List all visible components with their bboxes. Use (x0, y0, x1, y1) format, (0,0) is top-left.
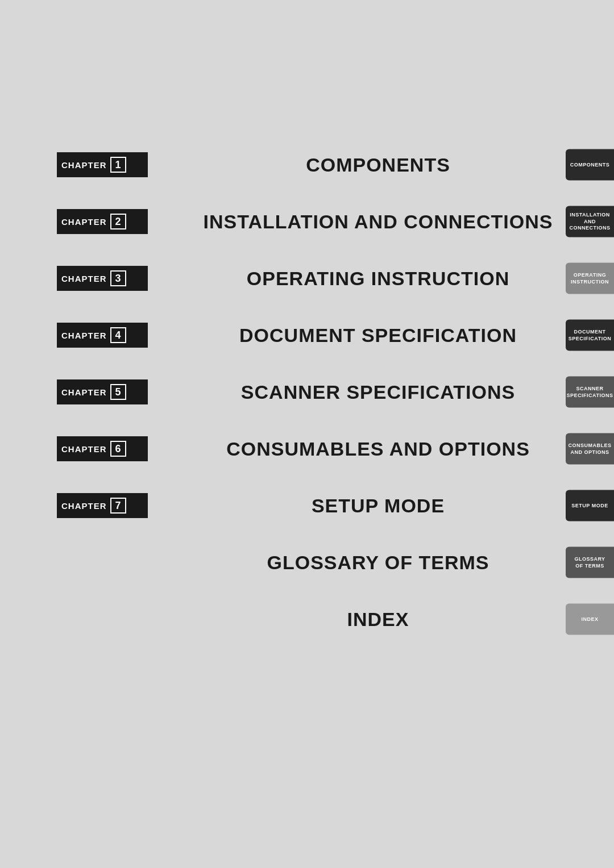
chapter-5-number: 5 (110, 384, 126, 400)
chapter-1-label: CHAPTER (61, 160, 107, 170)
index-row[interactable]: INDEX INDEX (57, 591, 614, 648)
chapter-4-title: DOCUMENT SPECIFICATION (148, 324, 614, 347)
chapter-3-row[interactable]: CHAPTER 3 OPERATING INSTRUCTION OPERATIN… (57, 250, 614, 307)
chapter-6-number: 6 (110, 441, 126, 457)
chapter-5-row[interactable]: CHAPTER 5 SCANNER SPECIFICATIONS SCANNER… (57, 364, 614, 420)
chapter-7-number: 7 (110, 498, 126, 514)
chapter-2-label: CHAPTER (61, 217, 107, 227)
chapter-5-tab[interactable]: SCANNER SPECIFICATIONS (566, 377, 614, 408)
chapter-6-title: CONSUMABLES AND OPTIONS (148, 438, 614, 460)
chapter-6-label: CHAPTER (61, 444, 107, 454)
chapter-1-badge: CHAPTER 1 (57, 152, 148, 177)
chapter-5-badge: CHAPTER 5 (57, 379, 148, 404)
chapter-4-number: 4 (110, 327, 126, 343)
chapter-5-title: SCANNER SPECIFICATIONS (148, 381, 614, 403)
chapter-7-title: SETUP MODE (148, 495, 614, 517)
chapter-4-row[interactable]: CHAPTER 4 DOCUMENT SPECIFICATION DOCUMEN… (57, 307, 614, 364)
chapter-7-row[interactable]: CHAPTER 7 SETUP MODE SETUP MODE (57, 477, 614, 534)
index-title: INDEX (57, 608, 614, 631)
chapter-1-title: COMPONENTS (148, 154, 614, 176)
chapter-7-tab[interactable]: SETUP MODE (566, 490, 614, 521)
chapter-3-badge: CHAPTER 3 (57, 266, 148, 291)
glossary-row[interactable]: GLOSSARY OF TERMS GLOSSARY OF TERMS (57, 534, 614, 591)
chapter-6-badge: CHAPTER 6 (57, 436, 148, 461)
chapter-6-row[interactable]: CHAPTER 6 CONSUMABLES AND OPTIONS CONSUM… (57, 420, 614, 477)
chapter-3-title: OPERATING INSTRUCTION (148, 268, 614, 290)
index-tab[interactable]: INDEX (566, 604, 614, 635)
chapter-2-number: 2 (110, 214, 126, 229)
chapter-2-title: INSTALLATION AND CONNECTIONS (148, 211, 614, 233)
glossary-tab[interactable]: GLOSSARY OF TERMS (566, 547, 614, 578)
toc-container: CHAPTER 1 COMPONENTS COMPONENTS CHAPTER … (57, 136, 614, 648)
chapter-4-tab[interactable]: DOCUMENT SPECIFICATION (566, 320, 614, 351)
chapter-4-label: CHAPTER (61, 331, 107, 340)
chapter-2-row[interactable]: CHAPTER 2 INSTALLATION AND CONNECTIONS I… (57, 193, 614, 250)
chapter-5-label: CHAPTER (61, 387, 107, 397)
glossary-title: GLOSSARY OF TERMS (57, 552, 614, 574)
chapter-7-badge: CHAPTER 7 (57, 493, 148, 518)
chapter-6-tab[interactable]: CONSUMABLES AND OPTIONS (566, 433, 614, 465)
chapter-3-label: CHAPTER (61, 274, 107, 283)
chapter-4-badge: CHAPTER 4 (57, 323, 148, 348)
chapter-3-number: 3 (110, 270, 126, 286)
chapter-1-row[interactable]: CHAPTER 1 COMPONENTS COMPONENTS (57, 136, 614, 193)
chapter-7-label: CHAPTER (61, 501, 107, 511)
chapter-2-tab[interactable]: INSTALLATION AND CONNECTIONS (566, 206, 614, 237)
chapter-2-badge: CHAPTER 2 (57, 209, 148, 234)
chapter-3-tab[interactable]: OPERATING INSTRUCTION (566, 263, 614, 294)
chapter-1-number: 1 (110, 157, 126, 173)
chapter-1-tab[interactable]: COMPONENTS (566, 149, 614, 181)
